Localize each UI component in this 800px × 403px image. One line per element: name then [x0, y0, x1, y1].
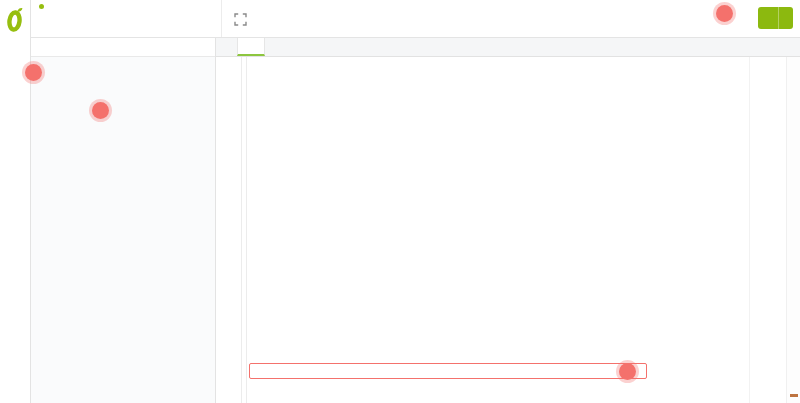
code-editor [215, 37, 800, 403]
save-dropdown-caret-icon[interactable] [778, 7, 793, 29]
annotation-circle-4 [716, 5, 733, 22]
annotation-circle-1 [25, 64, 42, 81]
template-tree [30, 57, 215, 62]
save-button-label [758, 7, 778, 29]
annotation-circle-3 [619, 363, 636, 380]
vertical-scrollbar[interactable] [786, 56, 800, 403]
save-button[interactable] [758, 7, 793, 29]
templates-panel [30, 37, 216, 403]
annotation-circle-2 [92, 102, 109, 119]
scrollbar-annotation-mark [790, 394, 798, 397]
store-switcher[interactable] [30, 0, 222, 37]
minimap[interactable] [749, 56, 787, 403]
annotation-box-line-587 [249, 363, 647, 379]
left-icon-rail [0, 0, 31, 403]
tab-estandar[interactable] [237, 37, 265, 56]
code-area[interactable] [215, 56, 749, 403]
panel-title [30, 37, 215, 57]
jumpseller-logo[interactable] [0, 0, 30, 37]
topbar [30, 0, 800, 38]
status-dot [39, 4, 44, 9]
gutter-divider [241, 56, 242, 403]
fold-gutter-divider [246, 56, 247, 403]
fullscreen-icon[interactable] [234, 12, 247, 25]
theme-code-editor-app [0, 0, 800, 403]
editor-tabbar [215, 37, 800, 57]
